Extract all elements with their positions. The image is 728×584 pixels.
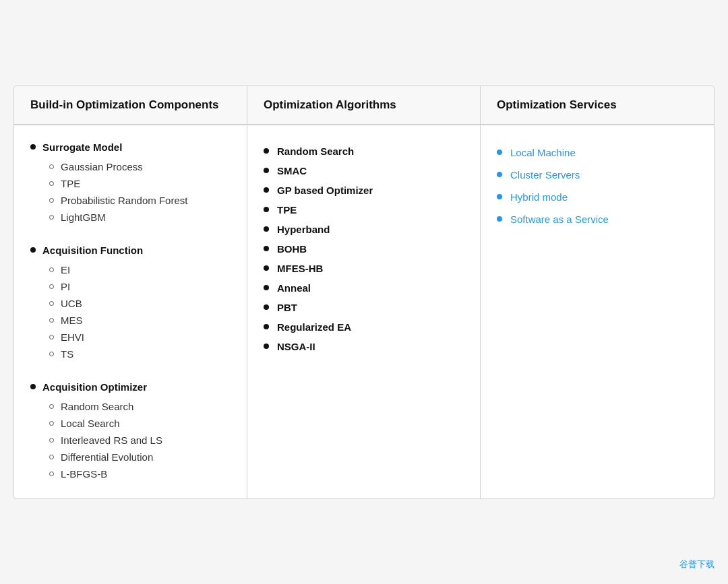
acq-func-bullet	[30, 247, 36, 253]
sub-bullet-icon	[49, 164, 54, 169]
sub-bullet-icon	[49, 267, 54, 272]
sub-bullet-icon	[49, 438, 54, 443]
hybrid-mode-link[interactable]: Hybrid mode	[497, 186, 698, 208]
services-list: Local Machine Cluster Servers Hybrid mod…	[497, 141, 698, 230]
list-item: TS	[49, 346, 231, 362]
list-item: MES	[49, 312, 231, 329]
algo-bullet-icon	[264, 148, 269, 154]
list-item: MFES-HB	[264, 259, 464, 278]
sub-bullet-icon	[49, 215, 54, 220]
col1-cell: Surrogate Model Gaussian Process TPE Pro…	[14, 125, 247, 498]
acquisition-optimizer-section: Acquisition Optimizer Random Search Loca…	[30, 381, 231, 482]
algo-bullet-icon	[264, 168, 269, 173]
sub-bullet-icon	[49, 472, 54, 476]
algo-bullet-icon	[264, 246, 269, 251]
list-item: Differential Evolution	[49, 449, 231, 465]
cluster-servers-link[interactable]: Cluster Servers	[497, 164, 698, 186]
sub-bullet-icon	[49, 335, 54, 339]
algo-bullet-icon	[264, 344, 269, 349]
list-item: Regularized EA	[264, 317, 464, 337]
local-machine-link[interactable]: Local Machine	[497, 141, 698, 164]
algo-bullet-icon	[264, 285, 269, 290]
acquisition-optimizer-title: Acquisition Optimizer	[30, 381, 231, 393]
acquisition-function-section: Acquisition Function EI PI UCB MES EHVI …	[30, 245, 231, 362]
acquisition-optimizer-list: Random Search Local Search Interleaved R…	[49, 398, 231, 482]
surrogate-model-list: Gaussian Process TPE Probabilistic Rando…	[49, 158, 231, 226]
algo-bullet-icon	[264, 187, 269, 193]
sub-bullet-icon	[49, 301, 54, 306]
sub-bullet-icon	[49, 284, 54, 289]
sub-bullet-icon	[49, 198, 54, 203]
watermark: 谷普下载	[679, 558, 715, 571]
algo-bullet-icon	[264, 207, 269, 212]
list-item: Local Search	[49, 415, 231, 432]
list-item: PBT	[264, 298, 464, 317]
surrogate-bullet	[30, 144, 36, 150]
table-header: Build-in Optimization Components Optimiz…	[14, 86, 714, 125]
acquisition-function-title: Acquisition Function	[30, 245, 231, 256]
list-item: Interleaved RS and LS	[49, 432, 231, 449]
list-item: Probabilistic Random Forest	[49, 192, 231, 209]
sub-bullet-icon	[49, 181, 54, 186]
sub-bullet-icon	[49, 318, 54, 323]
list-item: SMAC	[264, 161, 464, 181]
col3-cell: Local Machine Cluster Servers Hybrid mod…	[481, 125, 714, 498]
sub-bullet-icon	[49, 404, 54, 409]
list-item: NSGA-II	[264, 337, 464, 356]
service-bullet-icon	[497, 150, 502, 155]
sub-bullet-icon	[49, 455, 54, 459]
list-item: Anneal	[264, 278, 464, 298]
list-item: Random Search	[264, 141, 464, 161]
saas-link[interactable]: Software as a Service	[497, 208, 698, 230]
list-item: UCB	[49, 295, 231, 312]
acq-opt-bullet	[30, 384, 36, 389]
list-item: GP based Optimizer	[264, 181, 464, 200]
list-item: TPE	[49, 175, 231, 192]
list-item: EHVI	[49, 329, 231, 346]
list-item: BOHB	[264, 239, 464, 259]
sub-bullet-icon	[49, 352, 54, 356]
list-item: LightGBM	[49, 209, 231, 226]
algo-bullet-icon	[264, 265, 269, 271]
list-item: Random Search	[49, 398, 231, 415]
list-item: EI	[49, 261, 231, 278]
table-body: Surrogate Model Gaussian Process TPE Pro…	[14, 125, 714, 498]
list-item: Gaussian Process	[49, 158, 231, 175]
algo-bullet-icon	[264, 324, 269, 329]
col2-cell: Random Search SMAC GP based Optimizer TP…	[247, 125, 481, 498]
service-bullet-icon	[497, 172, 502, 177]
algorithms-list: Random Search SMAC GP based Optimizer TP…	[264, 141, 464, 356]
list-item: TPE	[264, 200, 464, 220]
list-item: PI	[49, 278, 231, 295]
surrogate-model-title: Surrogate Model	[30, 141, 231, 153]
header-col1: Build-in Optimization Components	[14, 86, 247, 124]
surrogate-model-section: Surrogate Model Gaussian Process TPE Pro…	[30, 141, 231, 226]
acquisition-function-list: EI PI UCB MES EHVI TS	[49, 261, 231, 362]
header-col2: Optimization Algorithms	[247, 86, 481, 124]
service-bullet-icon	[497, 216, 502, 222]
algo-bullet-icon	[264, 304, 269, 310]
sub-bullet-icon	[49, 421, 54, 426]
header-col3: Optimization Services	[481, 86, 714, 124]
main-table: Build-in Optimization Components Optimiz…	[13, 86, 715, 499]
algo-bullet-icon	[264, 226, 269, 232]
service-bullet-icon	[497, 194, 502, 199]
list-item: Hyperband	[264, 220, 464, 239]
list-item: L-BFGS-B	[49, 465, 231, 482]
